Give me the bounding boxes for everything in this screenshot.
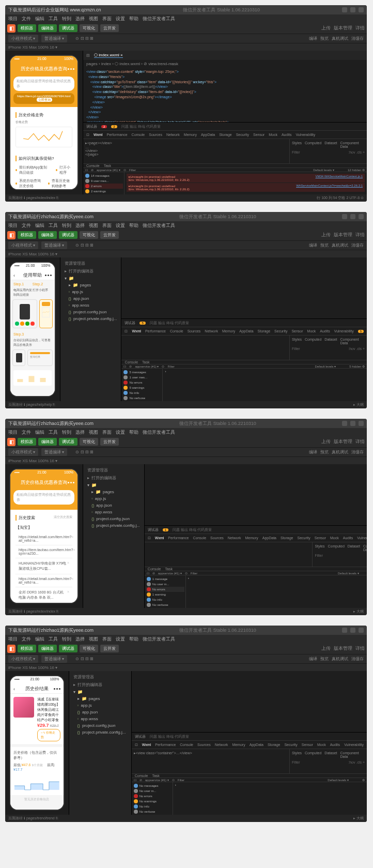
sub-preview[interactable]: 预览 [320,36,329,41]
menu-item[interactable]: 编辑 [35,16,44,22]
version-button[interactable]: 版本管理 [334,25,352,32]
sub-debug[interactable]: 真机调试 [332,36,348,41]
help-card-2 [39,299,53,328]
dt-tab[interactable]: Sources [149,133,162,136]
tree-file[interactable]: ▫ app.wxss [63,302,119,309]
statusbar: 页面路径 ℹ pages/index/index ⎘ 行 100 列 54 空格… [5,194,367,202]
styles-panel: StylesComputedDatasetComponent Data Filt… [289,139,367,163]
code-panel: ⊟⬡ index.wxml × pages › index › ⬡ index.… [83,51,367,194]
search-area: 粘贴商品链接查询价格走势或优惠券 https://item.jd.com/100… [10,73,77,107]
search-url-pill[interactable]: https://item.jd.com/100026067934.html 立即… [13,93,74,104]
code-editor[interactable]: <view class="section-content" style="mar… [83,67,367,122]
phone-statusbar: ••••21:00100% [10,56,77,64]
dt-tab[interactable]: Performance [107,133,128,136]
details-button[interactable]: 详情 [355,25,365,32]
history-item[interactable]: https://item.taobao.com/item.htm?spm=a23… [15,545,72,558]
editor-toolbar: 小程序模式 ▾ 普通编译 ▾ ⊙ ⊡ ⊟ ⊞ 编译 预览 真机调试 清缓存 [5,34,367,43]
filter-input[interactable]: Filter [292,150,300,154]
titlebar: 下载资源码后运行企业版网站 www.qzmzn.cn 微信开发者工具 Stabl… [5,5,367,14]
editor-toggle[interactable]: 编辑器 [38,24,57,32]
wxml-tree[interactable]: ▸<view class="container">…</view> [132,749,289,773]
tree-file[interactable]: {} project.config.json [63,309,119,315]
window-title: 下载资源码后运行企业版网站 www.qzmzn.cn [8,7,101,13]
error-source-link[interactable]: VM34 WAServiceMainContext.js:1 [316,175,363,181]
dt-tab[interactable]: Vulnerability [296,133,315,136]
dt-tab-wxml[interactable]: Wxml [94,133,103,136]
console-tab[interactable]: Console [86,164,100,167]
tree-folder[interactable]: ▸ 📁 pages [63,282,119,288]
dt-tab[interactable]: Security [236,133,249,136]
menu-item[interactable]: 帮助 [129,16,138,22]
menu-item[interactable]: 项目 [8,16,18,22]
mode-dropdown[interactable]: 小程序模式 ▾ [8,35,38,42]
search-input[interactable]: 粘贴商品链接查询价格走势或优惠券 [13,77,74,91]
ide-window-4: 下载资源码运行zhizhao1源购买yeee.com微信开发者工具 Stable… [5,626,367,822]
visual-toggle[interactable]: 可视化 [80,24,98,32]
menu-item[interactable]: 界面 [102,16,112,22]
ide-window-1: 下载资源码后运行企业版网站 www.qzmzn.cn 微信开发者工具 Stabl… [5,5,367,202]
dt-tab[interactable]: Audits [282,133,291,136]
dt-tab[interactable]: Mock [269,133,277,136]
menu-item[interactable]: 视图 [89,16,98,22]
trend-button[interactable]: ~∿ 价格走势 [37,729,60,741]
history-item[interactable]: HUANANZHI/华南金牌 X79电脑游戏主板CPU套...× [15,558,72,574]
menu-item[interactable]: 设置 [116,16,125,22]
maximize-button[interactable] [350,7,355,12]
window-subtitle: 微信开发者工具 Stable 1.06.2210310 [183,7,260,13]
clear-history-link[interactable]: 清空历史搜索 [54,515,72,523]
price-trend-card: 历史价格走势 价格走势 [12,109,75,150]
svg-rect-3 [14,786,25,790]
svg-rect-5 [49,782,59,790]
product-image [13,697,34,718]
history-item[interactable]: https://detail.tmall.com/item.htm?ali_re… [15,532,72,545]
filter-input[interactable]: Filter [129,169,136,172]
search-input[interactable]: 粘贴商品链接查询价格走势或优惠券 [13,490,74,505]
context-dropdown[interactable]: appservice (#1) ▾ [97,168,120,172]
dt-tab[interactable]: Sensor [253,133,265,136]
sub-compile[interactable]: 编译 [309,36,317,41]
debugger-toggle[interactable]: 调试器 [59,24,77,32]
menu-item[interactable]: 工具 [49,16,58,22]
device-selector[interactable]: iPhone XS Max 100% 16 ▾ [8,45,57,50]
task-tab[interactable]: Task [104,164,111,167]
simulator-toggle[interactable]: 模拟器 [18,24,36,32]
tree-file[interactable]: ▫ app.js [63,288,119,295]
history-item[interactable]: 金邦 DDR3 1600 8G 台式机 电脑 内存条 单条 双...× [15,587,72,603]
breadcrumb[interactable]: pages › index › ⬡ index.wxml › ⊘ view.tr… [86,62,178,66]
product-row: 满减【百草味猪肉脯100g】休闲食品靖江肉片零食肉干特产小吃零食 ¥29.7 ¥… [10,694,64,745]
price-chart [15,127,72,147]
history-item[interactable]: https://detail.tmall.com/item.htm?ali_re… [15,574,72,587]
menu-item[interactable]: 选择 [75,16,85,22]
close-button[interactable] [359,7,364,12]
menu-item[interactable]: 文件 [22,16,31,22]
error-source-link[interactable]: WAServiceMainContext.js?t=wechat&v=2.26.… [296,184,363,191]
menu-item[interactable]: 微信开发者工具 [143,16,175,22]
toolbar: ◧ 模拟器 编辑器 调试器 可视化 云开发 上传 版本管理 详情 [5,23,367,34]
delete-icon[interactable]: × [71,535,73,542]
back-icon[interactable]: ‹ [13,687,15,692]
dt-tab[interactable]: Storage [219,133,232,136]
svg-rect-1 [28,376,34,382]
tree-file[interactable]: {} app.json [63,295,119,302]
cloud-toggle[interactable]: 云开发 [100,24,119,32]
svg-rect-0 [17,379,23,382]
compile-dropdown[interactable]: 普通编译 ▾ [41,35,67,42]
dt-tab[interactable]: Console [132,133,145,136]
devtools-tabs: 调试器22问题 输出 终端 代码质量 [83,123,367,131]
sub-clear[interactable]: 清缓存 [351,36,364,41]
minimize-button[interactable] [342,7,347,12]
levels-dropdown[interactable]: Default levels ▾ [313,168,334,172]
file-tab[interactable]: ⬡ index.wxml × [94,53,123,58]
upload-button[interactable]: 上传 [321,25,331,32]
menu-item[interactable]: 转到 [62,16,71,22]
tree-file[interactable]: {} project.private.config.j... [63,315,119,322]
console-messages: ▸Uncaught (in promise) undefined Env: Wi… [125,172,367,194]
sidebar-collapse-icon[interactable]: ⊟ [86,53,90,58]
back-icon[interactable]: ‹ [13,273,15,278]
dt-tab[interactable]: Memory [184,133,197,136]
phone-frame: ••••21:00100% 历史价格及优惠券查询 粘贴商品链接查询价格走势或优惠… [9,55,79,190]
inspect-icon[interactable]: ⊡ [86,133,89,137]
wxml-tree[interactable]: ▸<page></view> … </view> </page> [83,139,289,163]
dt-tab[interactable]: AppData [201,133,215,136]
dt-tab[interactable]: Network [166,133,180,136]
